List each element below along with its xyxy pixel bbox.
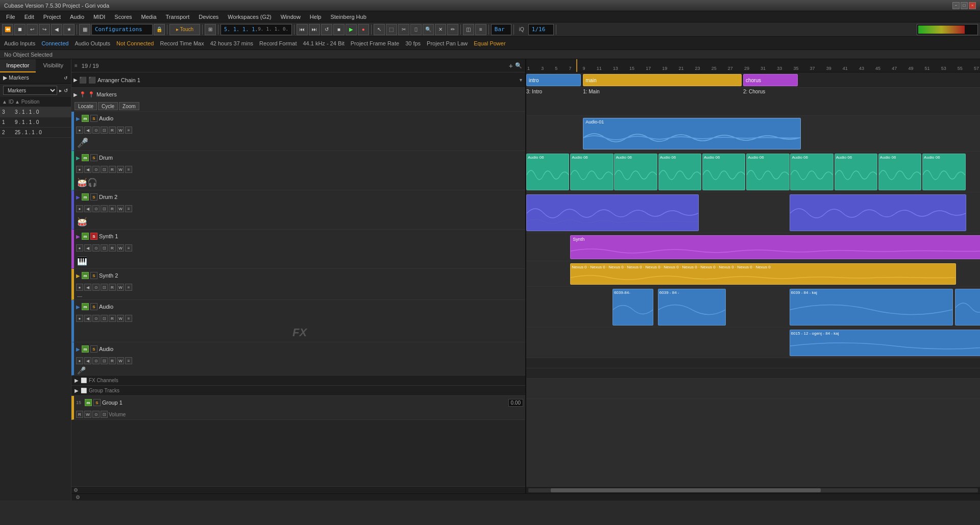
menu-window[interactable]: Window: [277, 13, 305, 21]
drum2-mute[interactable]: m: [82, 193, 89, 201]
synth2-btn2[interactable]: ◀: [84, 284, 91, 291]
synth1-w[interactable]: W: [117, 244, 124, 252]
marker-row-3[interactable]: 2 25 . 1 . 1 . 0: [0, 128, 71, 138]
menu-help[interactable]: Help: [306, 13, 326, 21]
tracks-bottom-icon[interactable]: ⚙: [74, 487, 78, 493]
tracks-content[interactable]: intro main chorus 3: Intro 1: Main 2:: [526, 72, 980, 486]
rec-btn[interactable]: ●: [358, 24, 369, 35]
synth1-btn4[interactable]: ⊡: [101, 244, 108, 252]
audio2-solo[interactable]: S: [90, 303, 97, 310]
toolbar-lock-btn[interactable]: 🔒: [154, 24, 165, 35]
drum-clip-8[interactable]: Audio 06: [835, 154, 877, 190]
audio2-clip-2[interactable]: 6039 - 84 -: [658, 289, 726, 326]
draw-tool[interactable]: ✏: [447, 24, 458, 35]
audio1-mute[interactable]: m: [82, 115, 89, 122]
menu-scores[interactable]: Scores: [110, 13, 136, 21]
glue-tool[interactable]: ⌷: [410, 24, 422, 35]
synth2-btn1[interactable]: ●: [76, 284, 83, 291]
synth2-expand[interactable]: ▶: [76, 273, 80, 279]
audio1-w[interactable]: W: [117, 127, 124, 134]
drum-eq[interactable]: ≡: [125, 166, 132, 173]
audio1-clip[interactable]: Audio-01: [583, 118, 801, 149]
menu-edit[interactable]: Edit: [20, 13, 38, 21]
audio2-eq[interactable]: ≡: [125, 315, 132, 322]
synth2-btn4[interactable]: ⊡: [101, 284, 108, 291]
menu-audio[interactable]: Audio: [66, 13, 88, 21]
menu-midi[interactable]: MIDI: [89, 13, 109, 21]
menu-workspaces[interactable]: Workspaces (G2): [224, 13, 275, 21]
audio1-content-row[interactable]: Audio-01: [526, 116, 980, 152]
synth1-r[interactable]: R: [109, 244, 116, 252]
synth1-content-row[interactable]: Synth: [526, 233, 980, 261]
audio1-btn3[interactable]: ⊙: [92, 127, 100, 134]
arranger-content-row[interactable]: intro main chorus: [526, 72, 980, 88]
split-tool[interactable]: ✂: [398, 24, 409, 35]
stop-btn[interactable]: ■: [333, 24, 345, 35]
drum-clip-7[interactable]: Audio 06: [790, 154, 833, 190]
synth2-eq[interactable]: ≡: [125, 284, 132, 291]
snap-type-btn[interactable]: ≡: [475, 24, 486, 35]
drum2-solo[interactable]: S: [90, 193, 97, 201]
audio2-btn4[interactable]: ⊡: [101, 315, 108, 322]
group1-r[interactable]: R: [76, 411, 83, 418]
marker-row-2[interactable]: 1 9 . 1 . 1 . 0: [0, 117, 71, 128]
audio2-clip-4[interactable]: [955, 289, 980, 326]
audio2-clip-3[interactable]: 6039 - 84 - kaj: [790, 289, 953, 326]
audio3-solo[interactable]: S: [90, 345, 97, 353]
audio3-r[interactable]: R: [109, 357, 116, 364]
synth2-solo[interactable]: S: [90, 272, 97, 279]
menu-transport[interactable]: Transport: [162, 13, 194, 21]
drum-btn1[interactable]: ●: [76, 166, 83, 173]
audio1-btn1[interactable]: ●: [76, 127, 83, 134]
drum2-eq[interactable]: ≡: [125, 205, 132, 212]
group1-btn3[interactable]: ⊙: [92, 411, 100, 418]
audio3-expand[interactable]: ▶: [76, 346, 80, 352]
markers-track-expand[interactable]: ▶: [74, 92, 78, 97]
synth1-btn2[interactable]: ◀: [84, 244, 91, 252]
audio2-btn2[interactable]: ◀: [84, 315, 91, 322]
fx-collapse-icon[interactable]: ▶: [75, 378, 79, 383]
bottom-icon[interactable]: ⚙: [76, 494, 80, 500]
synth2-mute[interactable]: m: [82, 272, 89, 279]
mute-tool[interactable]: ✕: [435, 24, 446, 35]
audio3-clip[interactable]: 6015 - 12 - ogenj - 84 - kaj: [790, 330, 980, 356]
audio2-w[interactable]: W: [117, 315, 124, 322]
group1-w[interactable]: W: [84, 411, 91, 418]
drum-solo[interactable]: S: [90, 154, 97, 161]
menu-steinberg-hub[interactable]: Steinberg Hub: [326, 13, 370, 21]
drum-expand[interactable]: ▶: [76, 155, 80, 161]
toolbar-touch-btn[interactable]: ▸ Touch: [169, 24, 200, 35]
synth1-mute[interactable]: m: [82, 233, 89, 240]
audio2-content-row[interactable]: 6039-84- 6039 - 84 - 6039 - 84 - kaj: [526, 287, 980, 328]
drum2-btn3[interactable]: ⊙: [92, 205, 100, 212]
audio1-btn2[interactable]: ◀: [84, 127, 91, 134]
drum-clip-4[interactable]: Audio 06: [658, 154, 701, 190]
synth1-btn1[interactable]: ●: [76, 244, 83, 252]
group1-content-row[interactable]: [526, 379, 980, 399]
h-scrollbar[interactable]: [526, 486, 980, 493]
toolbar-btn-4[interactable]: ★: [63, 24, 75, 35]
h-scrollbar-thumb[interactable]: [551, 488, 821, 492]
drum-clip-6[interactable]: Audio 06: [746, 154, 789, 190]
drum-clip-2[interactable]: Audio 06: [570, 154, 613, 190]
markers-menu-icon[interactable]: ▸: [59, 88, 62, 93]
group1-mute[interactable]: m: [85, 399, 92, 406]
minimize-button[interactable]: −: [952, 2, 960, 9]
zoom-btn[interactable]: Zoom: [119, 102, 139, 110]
markers-content-row[interactable]: 3: Intro 1: Main 2: Chorus: [526, 88, 980, 116]
audio3-btn4[interactable]: ⊡: [101, 357, 108, 364]
drum2-w[interactable]: W: [117, 205, 124, 212]
audio2-mute[interactable]: m: [82, 303, 89, 310]
drum-clip-3[interactable]: Audio 06: [614, 154, 657, 190]
drum-btn4[interactable]: ⊡: [101, 166, 108, 173]
menu-devices[interactable]: Devices: [194, 13, 223, 21]
synth1-eq[interactable]: ≡: [125, 244, 132, 252]
synth2-btn3[interactable]: ⊙: [92, 284, 100, 291]
close-button[interactable]: ×: [969, 2, 976, 9]
synth1-clip[interactable]: Synth: [570, 235, 980, 259]
play-btn[interactable]: ▶: [346, 24, 357, 35]
toolbar-btn-2[interactable]: ⏹: [14, 24, 26, 35]
audio3-btn2[interactable]: ◀: [84, 357, 91, 364]
locate-btn[interactable]: Locate: [75, 102, 97, 110]
audio3-btn3[interactable]: ⊙: [92, 357, 100, 364]
